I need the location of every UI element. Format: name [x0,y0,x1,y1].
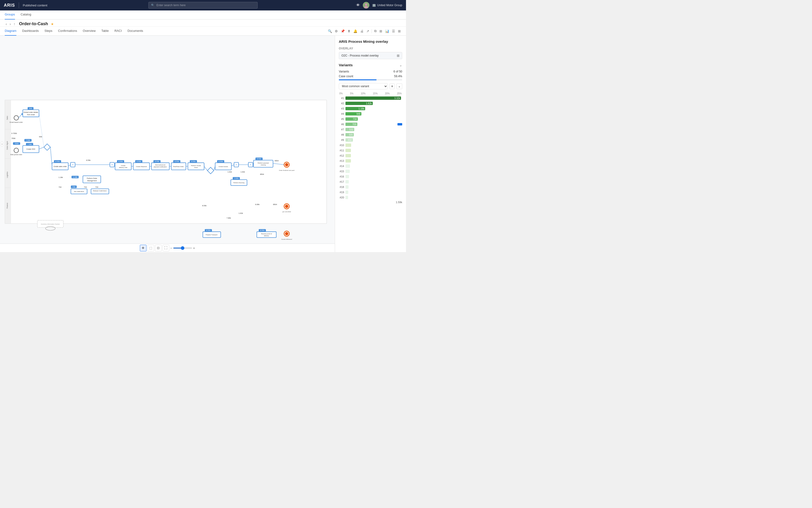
search-input[interactable] [156,4,255,7]
fullscreen-button[interactable]: ⛶ [163,245,169,251]
pan-tool-button[interactable]: ✥ [140,245,146,251]
back-button[interactable]: ‹ [5,22,8,26]
variants-collapse-icon[interactable]: ⌄ [399,63,402,67]
variant-row-#6[interactable]: #6 709 [339,122,402,127]
zoom-slider[interactable] [173,248,192,249]
variant-row-#11[interactable]: #11 [339,148,402,153]
svg-text:Goods delivered: Goods delivered [281,238,292,240]
avatar[interactable] [363,2,370,8]
variant-row-#15[interactable]: #15 [339,169,402,174]
variant-row-#9[interactable]: #9 432 [339,137,402,142]
svg-text:8504: 8504 [273,203,277,206]
grid-toolbar-icon[interactable]: ⊞ [397,29,401,34]
eye-icon[interactable]: 👁 [356,3,360,7]
svg-text:8504: 8504 [275,160,279,162]
case-count-row: Case count 59.4% [339,75,402,78]
tab-diagram[interactable]: Diagram [5,27,16,36]
tab-dashboards[interactable]: Dashboards [22,27,39,36]
overlay-link-icon[interactable]: ⊞ [397,54,399,57]
variant-num: #2 [339,102,344,105]
svg-text:8.50k: 8.50k [155,160,159,163]
variant-bar-area: 505 [345,133,402,136]
zoom-slider-container[interactable]: − + [170,246,195,250]
variant-num: #1 [339,97,344,99]
variant-num: #15 [339,170,344,173]
company-logo-icon: 🏢 [372,4,376,7]
svg-text:Order finalized and paid: Order finalized and paid [279,169,295,171]
select-tool-button[interactable]: ⬚ [147,245,154,251]
variant-row-#20[interactable]: #20 [339,195,402,200]
variant-row-#16[interactable]: #16 [339,174,402,179]
chart-toolbar-icon[interactable]: 📊 [385,29,390,34]
svg-text:Release Credit block: Release Credit block [93,190,107,192]
variant-bar-area: 432 [345,138,402,141]
variant-bar-area [345,154,402,157]
case-count-value: 59.4% [394,75,402,78]
variant-num: #12 [339,154,344,157]
tab-raci[interactable]: RACI [114,27,122,36]
svg-text:payment notification: payment notification [154,166,167,168]
variant-row-#18[interactable]: #18 [339,184,402,189]
variants-list: #1 3.32k #2 1.62k #3 1.18k #4 948 [339,96,402,204]
settings-toolbar-icon[interactable]: ⚙ [334,29,338,34]
upload-toolbar-icon[interactable]: ⬆ [347,29,351,34]
pin-toolbar-icon[interactable]: 📌 [340,29,345,34]
bell-toolbar-icon[interactable]: 🔔 [353,29,358,34]
favorite-icon[interactable]: ★ [51,22,54,26]
copy-toolbar-icon[interactable]: ⧉ [374,29,377,34]
svg-text:1.62k: 1.62k [234,177,239,179]
variant-row-#17[interactable]: #17 [339,179,402,184]
up-button[interactable]: ↑ [12,22,16,26]
variant-row-#3[interactable]: #3 1.18k [339,106,402,111]
variant-row-#19[interactable]: #19 [339,190,402,195]
svg-text:delivery note: delivery note [119,167,127,168]
overlay-value: O2C - Process model overlay [341,54,379,57]
svg-text:delivery: delivery [264,235,269,237]
forward-button[interactable]: › [9,22,12,26]
svg-text:Receive proof of: Receive proof of [261,233,272,235]
search-toolbar-icon[interactable]: 🔍 [327,29,332,34]
svg-text:8.50k: 8.50k [219,160,223,163]
svg-point-1 [365,3,367,6]
svg-text:8.50k: 8.50k [202,205,206,207]
variant-row-#12[interactable]: #12 [339,153,402,158]
variant-row-#2[interactable]: #2 1.62k [339,101,402,106]
zoom-plus-button[interactable]: + [193,246,195,250]
svg-text:7.56k: 7.56k [26,139,31,141]
fit-view-button[interactable]: ⊡ [155,245,162,251]
compare-toolbar-icon[interactable]: ⊞ [379,29,383,34]
svg-text:Create Shipment: Create Shipment [136,166,147,167]
zoom-minus-button[interactable]: − [170,246,172,250]
overlay-row[interactable]: O2C - Process model overlay ⊞ [339,52,402,59]
variant-row-#1[interactable]: #1 3.32k [339,96,402,100]
diagram-area[interactable]: Sales Order Mgmt Logistics Finance Email… [0,36,335,252]
tab-documents[interactable]: Documents [128,27,143,36]
variant-row-#13[interactable]: #13 [339,159,402,163]
tab-overview[interactable]: Overview [83,27,96,36]
tab-table[interactable]: Table [101,27,109,36]
variant-row-#8[interactable]: #8 505 [339,132,402,137]
nav-tab-groups[interactable]: Groups [5,10,15,19]
variant-row-#5[interactable]: #5 734 [339,117,402,121]
svg-text:8.50k: 8.50k [206,229,210,231]
variant-row-#14[interactable]: #14 [339,164,402,168]
tab-steps[interactable]: Steps [44,27,52,36]
variant-row-#10[interactable]: #10 [339,143,402,147]
nav-tab-catalog[interactable]: Catalog [21,10,31,19]
variant-row-#7[interactable]: #7 532 [339,127,402,132]
list-toolbar-icon[interactable]: ☰ [391,29,395,34]
variant-view-expand-button[interactable]: ⌄ [396,83,402,89]
variant-bar-area: 709 [345,123,402,126]
svg-text:734: 734 [95,186,98,188]
search-bar[interactable]: 🔍 [148,2,257,8]
variant-bar-area [345,149,402,152]
svg-text:Extract order details: Extract order details [24,112,38,113]
print-toolbar-icon[interactable]: 🖨 [360,29,364,34]
variant-filter-select[interactable]: Most common variant [339,83,388,89]
tab-confirmations[interactable]: Confirmations [58,27,77,36]
share-toolbar-icon[interactable]: ↗ [366,29,370,34]
svg-text:8.50k: 8.50k [260,229,265,231]
diagram-side-toggle[interactable]: › [1,141,3,146]
variant-row-#4[interactable]: #4 948 [339,112,402,116]
variant-view-table-button[interactable]: ≡ [390,83,395,89]
